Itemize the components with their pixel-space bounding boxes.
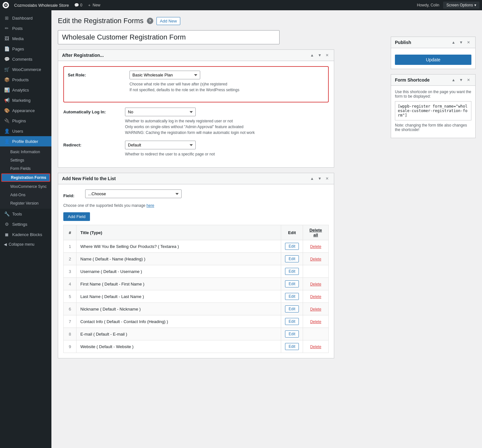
sidebar-item-products[interactable]: 📦 Products [0, 75, 51, 85]
set-role-section: Set Role: Basic Wholesale Plan Subscribe… [63, 66, 329, 102]
edit-button[interactable]: Edit [285, 293, 299, 300]
add-field-button[interactable]: Add Field [63, 212, 90, 221]
sidebar-item-plugins[interactable]: 🔌 Plugins [0, 116, 51, 126]
delete-button[interactable]: Delete [310, 257, 321, 261]
after-registration-body: Set Role: Basic Wholesale Plan Subscribe… [58, 61, 334, 167]
edit-button[interactable]: Edit [285, 243, 299, 250]
edit-button[interactable]: Edit [285, 305, 299, 312]
publish-up-btn[interactable]: ▲ [450, 40, 457, 45]
set-role-help-1: Choose what role the user will have afte… [129, 81, 324, 87]
field-help-text: Choose one of the supported fields you m… [63, 203, 329, 208]
page-title: Edit the Registration Forms [58, 17, 144, 25]
auto-login-select[interactable]: No Yes [125, 108, 196, 116]
table-row: 1 Where Will You Be Selling Our Products… [64, 240, 329, 253]
edit-button[interactable]: Edit [285, 268, 299, 275]
sidebar-item-posts[interactable]: ✏ Posts [0, 23, 51, 33]
howdy-text: Howdy, Colin [417, 3, 439, 7]
sidebar-item-media[interactable]: 🖼 Media [0, 33, 51, 44]
sidebar-item-comments[interactable]: 💬 Comments [0, 54, 51, 64]
submenu-woo-sync[interactable]: WooCommerce Sync [0, 182, 51, 191]
col-title-header: Title (Type) [76, 225, 281, 240]
row-num: 8 [64, 328, 76, 340]
table-row: 3 Username ( Default - Username ) Edit [64, 265, 329, 278]
sidebar-item-users[interactable]: 👤 Users [0, 126, 51, 136]
new-content-button[interactable]: ＋ New [87, 3, 100, 8]
tools-icon: 🔧 [4, 211, 10, 216]
admin-sidebar: ⊞ Dashboard ✏ Posts 🖼 Media 📄 Pages 💬 Co… [0, 10, 51, 448]
sidebar-item-appearance[interactable]: 🎨 Appearance [0, 105, 51, 116]
row-num: 7 [64, 315, 76, 328]
shortcode-value[interactable]: [wppb-register form_name="wholesale-cust… [395, 101, 471, 120]
add-field-close-btn[interactable]: ✕ [324, 176, 330, 181]
form-title-input[interactable] [58, 30, 280, 44]
screen-options-button[interactable]: Screen Options ▾ [443, 2, 479, 9]
delete-button[interactable]: Delete [310, 282, 321, 286]
right-sidebar: Publish ▲ ▼ ✕ Update Form Shortcode [386, 30, 476, 364]
sidebar-item-settings[interactable]: ⚙ Settings [0, 219, 51, 229]
shortcode-down-btn[interactable]: ▼ [458, 77, 464, 83]
sidebar-item-analytics[interactable]: 📊 Analytics [0, 85, 51, 95]
help-icon[interactable]: ? [147, 18, 153, 24]
sidebar-item-marketing[interactable]: 📢 Marketing [0, 95, 51, 105]
shortcode-description: Use this shortcode on the page you want … [395, 90, 471, 99]
sidebar-item-tools[interactable]: 🔧 Tools [0, 209, 51, 219]
submenu-addons[interactable]: Add-Ons [0, 191, 51, 199]
field-help-link[interactable]: here [147, 203, 154, 208]
edit-button[interactable]: Edit [285, 255, 299, 262]
edit-button[interactable]: Edit [285, 330, 299, 338]
panel-close-btn[interactable]: ✕ [324, 52, 330, 58]
shortcode-panel-header: Form Shortcode ▲ ▼ ✕ [391, 75, 475, 86]
shortcode-title: Form Shortcode [395, 77, 450, 83]
table-row: 8 E-mail ( Default - E-mail ) Edit [64, 328, 329, 340]
shortcode-up-btn[interactable]: ▲ [450, 77, 457, 83]
panel-up-btn[interactable]: ▲ [309, 52, 315, 58]
sidebar-item-profile-builder[interactable]: 👤 Profile Builder [0, 136, 51, 146]
panel-down-btn[interactable]: ▼ [317, 52, 323, 58]
submenu-register-version[interactable]: Register Version [0, 199, 51, 207]
page-header: Edit the Registration Forms ? Add New [58, 17, 476, 25]
admin-bar: W Cozmoslabs Wholesale Store 💬 0 ＋ New H… [0, 0, 482, 10]
panel-controls: ▲ ▼ ✕ [309, 52, 330, 58]
sidebar-item-kadence[interactable]: ◼ Kadence Blocks [0, 229, 51, 240]
submenu-basic-info[interactable]: Basic Information [0, 148, 51, 156]
shortcode-panel: Form Shortcode ▲ ▼ ✕ Use this shortcode … [391, 74, 476, 138]
submenu-form-fields[interactable]: Form Fields [0, 164, 51, 173]
update-button[interactable]: Update [395, 55, 471, 65]
media-icon: 🖼 [4, 36, 10, 41]
comments-count[interactable]: 💬 0 [74, 3, 83, 7]
table-row: 9 Website ( Default - Website ) Edit Del… [64, 340, 329, 353]
delete-all-link[interactable]: Delete all [309, 228, 322, 237]
publish-panel: Publish ▲ ▼ ✕ Update [391, 37, 476, 69]
sidebar-item-pages[interactable]: 📄 Pages [0, 44, 51, 54]
edit-button[interactable]: Edit [285, 318, 299, 325]
delete-button[interactable]: Delete [310, 307, 321, 312]
add-field-up-btn[interactable]: ▲ [309, 176, 315, 181]
collapse-menu-button[interactable]: ◀ Collapse menu [0, 240, 51, 249]
delete-button[interactable]: Delete [310, 320, 321, 324]
sidebar-item-woocommerce[interactable]: 🛒 WooCommerce [0, 64, 51, 75]
site-name[interactable]: Cozmoslabs Wholesale Store [14, 3, 69, 8]
set-role-select[interactable]: Basic Wholesale Plan Subscriber Customer… [129, 71, 200, 79]
submenu-registration-forms[interactable]: Registration Forms [1, 173, 50, 182]
table-row: 2 Name ( Default - Name (Heading) ) Edit… [64, 253, 329, 265]
publish-body: Update [391, 48, 475, 69]
add-field-down-btn[interactable]: ▼ [317, 176, 323, 181]
field-select[interactable]: ...Choose Username E-mail First Name Las… [85, 189, 182, 198]
auto-login-content: No Yes Whether to automatically log in t… [125, 108, 329, 136]
delete-button[interactable]: Delete [310, 244, 321, 249]
publish-down-btn[interactable]: ▼ [458, 40, 464, 45]
publish-close-btn[interactable]: ✕ [466, 40, 471, 45]
table-row: 4 First Name ( Default - First Name ) Ed… [64, 278, 329, 290]
publish-controls: ▲ ▼ ✕ [450, 40, 471, 45]
redirect-select[interactable]: Default Custom URL [125, 141, 196, 149]
sidebar-item-dashboard[interactable]: ⊞ Dashboard [0, 13, 51, 23]
submenu-settings[interactable]: Settings [0, 156, 51, 164]
add-new-button[interactable]: Add New [156, 17, 181, 25]
edit-button[interactable]: Edit [285, 280, 299, 287]
delete-button[interactable]: Delete [310, 345, 321, 349]
wp-logo[interactable]: W [3, 2, 9, 8]
delete-button[interactable]: Delete [310, 294, 321, 299]
shortcode-close-btn[interactable]: ✕ [466, 77, 471, 83]
edit-button[interactable]: Edit [285, 343, 299, 350]
marketing-icon: 📢 [4, 98, 10, 103]
